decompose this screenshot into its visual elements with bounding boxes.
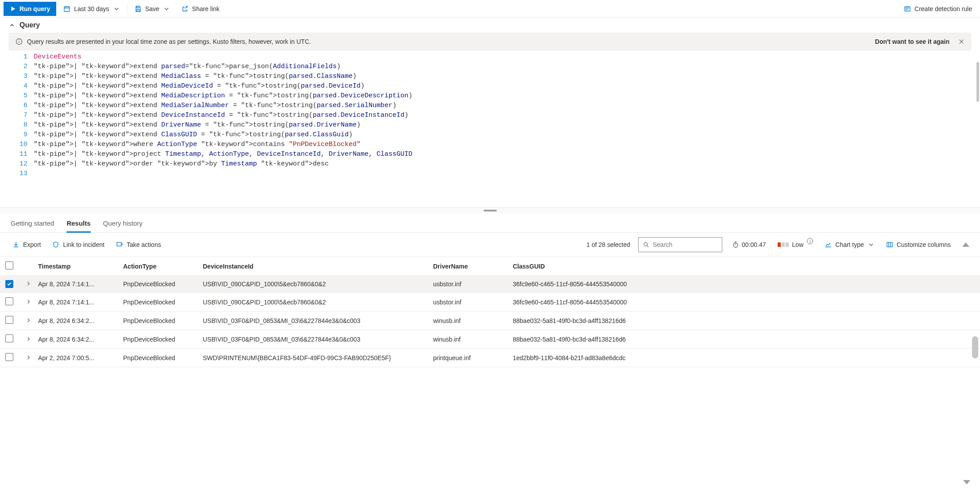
header-drivername[interactable]: DriverName (428, 257, 507, 276)
cell-timestamp: Apr 8, 2024 6:34:2... (38, 330, 118, 349)
save-label: Save (145, 5, 159, 12)
cell-actiontype: PnpDeviceBlocked (118, 276, 198, 293)
chevron-right-icon[interactable] (26, 336, 31, 342)
table-row[interactable]: Apr 8, 2024 6:34:2... PnpDeviceBlocked U… (0, 311, 980, 330)
severity-indicator: Low i (776, 238, 815, 252)
link-incident-button[interactable]: Link to incident (50, 238, 106, 252)
play-icon (10, 6, 16, 12)
severity-label: Low (792, 241, 804, 248)
cell-deviceinstanceid: USB\VID_03F0&PID_0853&MI_03\6&227844e3&0… (198, 311, 428, 330)
scroll-up-icon[interactable] (962, 242, 969, 247)
table-scrollbar-thumb[interactable] (972, 336, 978, 358)
cell-actiontype: PnpDeviceBlocked (118, 293, 198, 311)
table-row[interactable]: Apr 8, 2024 7:14:1... PnpDeviceBlocked U… (0, 276, 980, 293)
create-rule-label: Create detection rule (914, 5, 972, 12)
editor-scrollbar-thumb[interactable] (976, 62, 979, 102)
tab-getting-started[interactable]: Getting started (11, 216, 54, 232)
cell-actiontype: PnpDeviceBlocked (118, 349, 198, 367)
svg-point-4 (644, 242, 647, 246)
save-button[interactable]: Save (130, 2, 174, 16)
editor-code[interactable]: DeviceEvents"tk-pipe">| "tk-keyword">ext… (34, 52, 412, 179)
cell-drivername: winusb.inf (428, 330, 507, 349)
meter-icon (778, 242, 789, 247)
close-icon[interactable] (958, 38, 965, 45)
chevron-right-icon[interactable] (26, 318, 31, 323)
chart-type-button[interactable]: Chart type (823, 238, 876, 252)
cell-timestamp: Apr 2, 2024 7:00:5... (38, 349, 118, 367)
row-checkbox[interactable] (5, 280, 13, 288)
run-query-label: Run query (19, 5, 50, 12)
results-table: Timestamp ActionType DeviceInstanceId Dr… (0, 257, 980, 367)
query-section-header[interactable]: Query (0, 18, 980, 33)
svg-rect-1 (905, 7, 910, 11)
cell-drivername: winusb.inf (428, 311, 507, 330)
table-row[interactable]: Apr 2, 2024 7:00:5... PnpDeviceBlocked S… (0, 349, 980, 367)
search-box[interactable] (638, 237, 722, 252)
create-detection-rule-button[interactable]: Create detection rule (899, 2, 976, 16)
results-toolbar: Export Link to incident Take actions 1 o… (0, 233, 980, 257)
download-icon (12, 241, 19, 248)
cell-deviceinstanceid: USB\VID_090C&PID_1000\5&ecb7860&0&2 (198, 293, 428, 311)
chevron-up-icon (9, 22, 15, 28)
chevron-right-icon[interactable] (26, 355, 31, 360)
chevron-down-icon (868, 241, 875, 248)
header-checkbox-cell[interactable] (0, 257, 20, 276)
query-title: Query (19, 21, 40, 29)
selection-count: 1 of 28 selected (586, 241, 630, 248)
info-icon[interactable]: i (807, 238, 813, 244)
take-actions-button[interactable]: Take actions (114, 238, 163, 252)
take-actions-label: Take actions (127, 241, 161, 248)
export-label: Export (23, 241, 41, 248)
select-all-checkbox[interactable] (5, 261, 13, 269)
run-query-button[interactable]: Run query (4, 2, 56, 16)
cell-drivername: usbstor.inf (428, 293, 507, 311)
timerange-picker[interactable]: Last 30 days (59, 2, 124, 16)
link-incident-label: Link to incident (63, 241, 104, 248)
save-icon (135, 5, 142, 12)
info-banner: Query results are presented in your loca… (9, 33, 971, 50)
stopwatch-icon (732, 241, 739, 248)
row-checkbox[interactable] (5, 316, 13, 324)
info-icon (15, 38, 23, 45)
pane-splitter[interactable] (0, 207, 980, 213)
cell-timestamp: Apr 8, 2024 6:34:2... (38, 311, 118, 330)
cell-classguid: 36fc9e60-c465-11cf-8056-444553540000 (507, 276, 980, 293)
tab-results[interactable]: Results (66, 216, 90, 233)
svg-rect-0 (64, 7, 70, 12)
share-icon (182, 5, 189, 12)
chevron-down-icon (113, 5, 120, 12)
customize-label: Customize columns (897, 241, 951, 248)
table-row[interactable]: Apr 8, 2024 6:34:2... PnpDeviceBlocked U… (0, 330, 980, 349)
header-actiontype[interactable]: ActionType (118, 257, 198, 276)
cell-timestamp: Apr 8, 2024 7:14:1... (38, 276, 118, 293)
elapsed-value: 00:00.47 (742, 241, 766, 248)
cell-classguid: 36fc9e60-c465-11cf-8056-444553540000 (507, 293, 980, 311)
query-editor[interactable]: 12345678910111213 DeviceEvents"tk-pipe">… (9, 50, 971, 181)
calendar-icon (63, 5, 70, 12)
search-input[interactable] (653, 241, 717, 248)
cell-deviceinstanceid: USB\VID_03F0&PID_0853&MI_03\6&227844e3&0… (198, 330, 428, 349)
results-tabs: Getting started Results Query history (0, 213, 980, 233)
tab-query-history[interactable]: Query history (103, 216, 143, 232)
export-button[interactable]: Export (11, 238, 43, 252)
header-expand-cell (20, 257, 38, 276)
columns-icon (886, 241, 893, 248)
chart-type-label: Chart type (835, 241, 864, 248)
table-row[interactable]: Apr 8, 2024 7:14:1... PnpDeviceBlocked U… (0, 293, 980, 311)
row-checkbox[interactable] (5, 297, 13, 305)
elapsed-time: 00:00.47 (730, 238, 768, 252)
header-classguid[interactable]: ClassGUID (507, 257, 980, 276)
header-deviceinstanceid[interactable]: DeviceInstanceId (198, 257, 428, 276)
chevron-down-icon (163, 5, 170, 12)
chevron-right-icon[interactable] (26, 299, 31, 304)
cell-drivername: printqueue.inf (428, 349, 507, 367)
banner-dismiss-hint[interactable]: Don't want to see it again (875, 38, 949, 45)
svg-rect-3 (117, 242, 121, 246)
row-checkbox[interactable] (5, 353, 13, 361)
share-link-button[interactable]: Share link (177, 2, 224, 16)
cell-classguid: 88bae032-5a81-49f0-bc3d-a4ff138216d6 (507, 330, 980, 349)
row-checkbox[interactable] (5, 334, 13, 342)
customize-columns-button[interactable]: Customize columns (884, 238, 953, 252)
chevron-right-icon[interactable] (26, 281, 31, 286)
header-timestamp[interactable]: Timestamp (38, 257, 118, 276)
